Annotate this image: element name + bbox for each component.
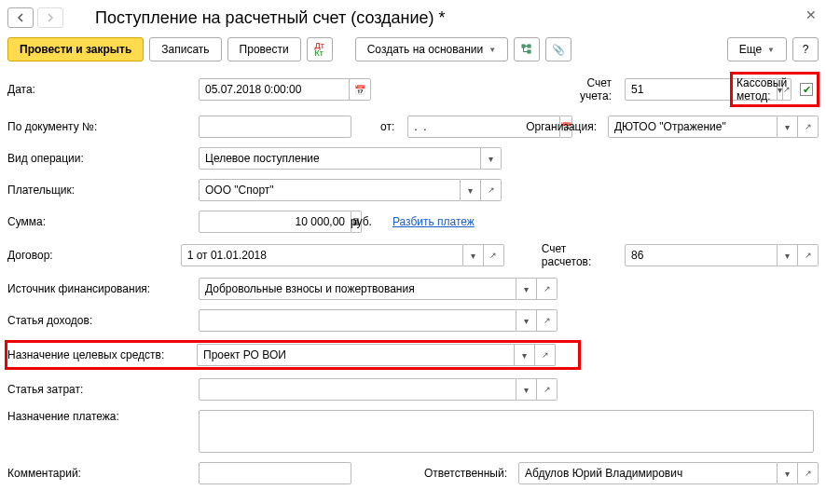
expense-input[interactable] <box>199 378 516 401</box>
settlement-input[interactable] <box>625 244 778 266</box>
back-button[interactable] <box>7 7 34 28</box>
chevron-down-icon: ▼ <box>767 46 775 54</box>
expand-icon[interactable] <box>798 244 819 266</box>
label-cash-method: Кассовый метод: <box>737 76 783 102</box>
label-expense: Статья затрат: <box>7 383 199 396</box>
purpose-textarea[interactable] <box>199 410 814 453</box>
cash-method-checkbox[interactable]: ✔ <box>800 83 813 96</box>
expand-icon[interactable] <box>537 309 558 332</box>
close-icon[interactable]: ✕ <box>805 7 817 22</box>
dropdown-icon[interactable]: ▾ <box>516 378 537 401</box>
label-sum: Сумма: <box>7 215 199 228</box>
label-responsible: Ответственный: <box>424 467 515 480</box>
expand-icon[interactable] <box>798 462 819 484</box>
page-title: Поступление на расчетный счет (создание)… <box>95 8 446 28</box>
responsible-input[interactable] <box>518 462 778 484</box>
expand-icon[interactable] <box>481 179 502 201</box>
income-input[interactable] <box>199 309 516 332</box>
forward-button[interactable] <box>37 7 63 28</box>
label-purpose: Назначение платежа: <box>7 410 199 423</box>
target-funds-input[interactable] <box>197 344 515 366</box>
label-contract: Договор: <box>7 249 181 262</box>
doc-num-input[interactable] <box>199 116 351 138</box>
expand-icon[interactable] <box>537 378 558 401</box>
dropdown-icon[interactable]: ▾ <box>463 244 484 266</box>
op-type-input[interactable] <box>199 147 481 170</box>
label-date: Дата: <box>7 83 199 96</box>
label-fin-source: Источник финансирования: <box>7 282 199 295</box>
label-account: Счет учета: <box>554 76 619 102</box>
dtkt-button[interactable]: ДтКт <box>307 37 333 61</box>
calendar-extra-icon[interactable] <box>349 78 371 101</box>
more-label: Еще <box>739 43 762 56</box>
dropdown-icon[interactable]: ▾ <box>481 147 502 170</box>
save-button[interactable]: Записать <box>149 37 221 61</box>
dropdown-icon[interactable]: ▾ <box>778 462 798 484</box>
chevron-down-icon: ▼ <box>489 46 496 54</box>
structure-button[interactable] <box>514 37 540 61</box>
dropdown-icon[interactable]: ▾ <box>461 179 481 201</box>
label-op-type: Вид операции: <box>7 152 199 165</box>
label-income: Статья доходов: <box>7 314 199 327</box>
organization-input[interactable] <box>608 116 778 138</box>
expand-icon[interactable] <box>484 244 504 266</box>
svg-rect-2 <box>528 50 530 53</box>
expand-icon[interactable] <box>798 116 819 138</box>
sum-input[interactable] <box>199 211 351 233</box>
payer-input[interactable] <box>199 179 461 201</box>
split-payment-link[interactable]: Разбить платеж <box>392 215 475 228</box>
currency-label: руб. <box>351 215 379 228</box>
label-payer: Плательщик: <box>7 184 199 197</box>
post-and-close-button[interactable]: Провести и закрыть <box>7 37 144 61</box>
create-based-label: Создать на основании <box>367 43 484 56</box>
svg-rect-0 <box>522 45 525 48</box>
dropdown-icon[interactable]: ▾ <box>778 116 798 138</box>
label-settlement: Счет расчетов: <box>542 242 619 268</box>
dropdown-icon[interactable]: ▾ <box>516 278 537 300</box>
label-organization: Организация: <box>526 120 604 133</box>
label-target-funds: Назначение целевых средств: <box>7 348 197 361</box>
more-button[interactable]: Еще ▼ <box>727 37 787 61</box>
fin-source-input[interactable] <box>199 278 516 300</box>
create-based-button[interactable]: Создать на основании ▼ <box>355 37 508 61</box>
post-button[interactable]: Провести <box>227 37 301 61</box>
attachment-button[interactable] <box>545 37 571 61</box>
label-doc-num: По документу №: <box>7 120 199 133</box>
dropdown-icon[interactable]: ▾ <box>778 244 798 266</box>
svg-rect-1 <box>528 45 530 48</box>
expand-icon[interactable] <box>535 344 556 366</box>
date-input[interactable] <box>199 78 351 101</box>
contract-input[interactable] <box>181 244 463 266</box>
help-button[interactable]: ? <box>792 37 819 61</box>
dropdown-icon[interactable]: ▾ <box>516 309 537 332</box>
dropdown-icon[interactable]: ▾ <box>515 344 535 366</box>
label-comment: Комментарий: <box>7 467 199 480</box>
label-from: от: <box>380 120 402 133</box>
comment-input[interactable] <box>199 462 351 484</box>
expand-icon[interactable] <box>537 278 558 300</box>
